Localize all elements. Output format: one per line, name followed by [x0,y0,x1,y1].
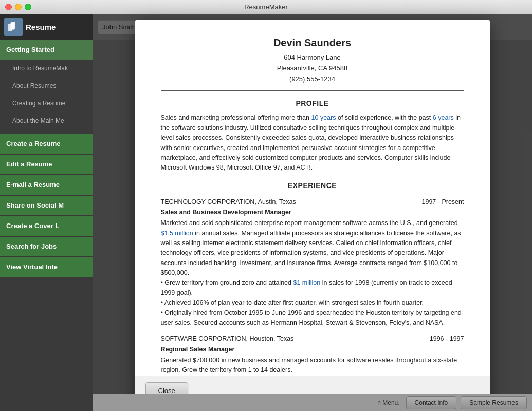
sidebar-item-getting-started[interactable]: Getting Started [0,40,93,60]
profile-section-title: PROFILE [161,98,464,109]
sidebar-item-creating-resume[interactable]: Creating a Resume [0,95,93,112]
sidebar-item-about-main-me[interactable]: About the Main Me [0,112,93,129]
sidebar-item-view-virtual[interactable]: View Virtual Inte [0,257,93,277]
experience-section-title: EXPERIENCE [161,180,464,191]
close-window-button[interactable] [5,4,12,10]
titlebar-buttons [5,4,31,10]
resume-address-line2: Pleasantville, CA 94588 [161,63,464,74]
resume-phone: (925) 555-1234 [161,74,464,85]
job-1-bullets: • Grew territory from ground zero and at… [161,278,464,328]
sidebar-item-create-cover[interactable]: Create a Cover L [0,216,93,236]
profile-text: Sales and marketing professional offerin… [161,113,464,173]
sidebar-item-email-resume[interactable]: E-mail a Resume [0,175,93,195]
bottom-bar: n Menu. Contact Info Sample Resumes [93,394,532,411]
modal-body[interactable]: Devin Saunders 604 Harmony Lane Pleasant… [135,20,490,376]
job-2-years: 1996 - 1997 [430,334,464,344]
job-2-description: Generated $700,000 in new business and m… [161,356,464,376]
sidebar-item-search-jobs[interactable]: Search for Jobs [0,237,93,256]
job-2-header: SOFTWARE CORPORATION, Houston, Texas 199… [161,334,464,344]
sidebar-nav: Getting Started Intro to ResumeMak About… [0,40,93,411]
sidebar: Resume Getting Started Intro to ResumeMa… [0,14,93,411]
app-title: ResumeMaker [244,3,288,11]
job-1-years: 1997 - Present [422,197,464,207]
resume-modal: Devin Saunders 604 Harmony Lane Pleasant… [135,20,490,405]
sidebar-item-intro[interactable]: Intro to ResumeMak [0,60,93,77]
logo-text: Resume [26,23,56,31]
profile-highlight-2: 6 years [433,114,454,121]
job-1-header: TECHNOLOGY CORPORATION, Austin, Texas 19… [161,197,464,207]
main-content: Rename View Delete Clone Devin Saunders … [93,14,532,411]
sidebar-item-share-social[interactable]: Share on Social M [0,196,93,215]
resume-address-line1: 604 Harmony Lane [161,52,464,63]
profile-highlight-1: 10 years [311,114,336,121]
resume-address: 604 Harmony Lane Pleasantville, CA 94588… [161,52,464,84]
job-2-title: Regional Sales Manager [161,345,464,354]
sidebar-logo: Resume [0,14,93,40]
job-1-title: Sales and Business Development Manager [161,208,464,217]
maximize-window-button[interactable] [25,4,31,10]
logo-icon [4,18,23,36]
main-menu-hint: n Menu. [377,399,399,406]
minimize-window-button[interactable] [15,4,22,10]
job1-highlight-1: $1.5 million [161,230,193,237]
titlebar: ResumeMaker [0,0,532,14]
sample-resumes-button[interactable]: Sample Resumes [461,396,527,409]
job-1-company: TECHNOLOGY CORPORATION, Austin, Texas [161,197,296,207]
job-1-bullet-2: • Achieved 106% of plan year-to-date aft… [161,298,464,308]
sidebar-divider-1 [0,132,93,132]
sidebar-item-about-resumes[interactable]: About Resumes [0,77,93,95]
job1-highlight-2: $1 million [293,279,320,286]
job-1-description: Marketed and sold sophisticated enterpri… [161,218,464,278]
app-container: Resume Getting Started Intro to ResumeMa… [0,14,532,411]
job-1-bullet-1: • Grew territory from ground zero and at… [161,278,464,298]
sidebar-item-create-resume[interactable]: Create a Resume [0,134,93,154]
resume-header-divider [161,90,464,91]
job-1-bullet-3: • Originally hired from October 1995 to … [161,308,464,328]
job-2-company: SOFTWARE CORPORATION, Houston, Texas [161,334,294,344]
resume-name: Devin Saunders [161,35,464,50]
modal-overlay: Devin Saunders 604 Harmony Lane Pleasant… [93,14,532,411]
contact-info-button[interactable]: Contact Info [406,396,457,409]
sidebar-item-edit-resume[interactable]: Edit a Resume [0,155,93,174]
